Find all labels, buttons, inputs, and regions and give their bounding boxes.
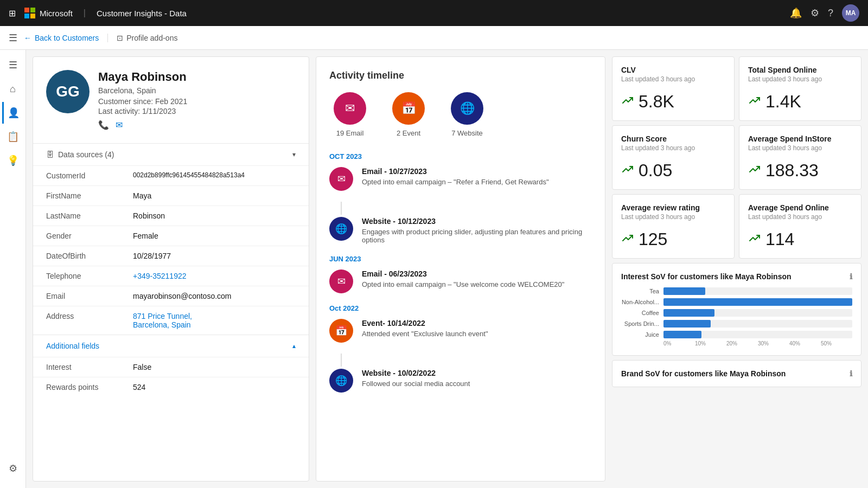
timeline-section-oct2023: OCT 2023 bbox=[329, 152, 592, 160]
interest-bar-chart: Tea Non-Alcohol... Coffee bbox=[621, 287, 852, 338]
sidebar-item-settings[interactable]: ⚙ bbox=[2, 458, 24, 479]
sidebar-item-segments[interactable]: 📋 bbox=[2, 126, 24, 147]
field-row: DateOfBirth 10/28/1977 bbox=[33, 246, 309, 266]
bar-row-tea: Tea bbox=[621, 287, 852, 295]
data-sources-header[interactable]: 🗄 Data sources (4) ▾ bbox=[33, 143, 309, 165]
bar-row-juice: Juice bbox=[621, 331, 852, 338]
topbar: ⊞ Microsoft | Customer Insights - Data 🔔… bbox=[0, 0, 868, 26]
data-sources-label: Data sources (4) bbox=[58, 150, 114, 159]
activity-icons-row: ✉ 19 Email 📅 2 Event 🌐 7 Website bbox=[329, 92, 592, 137]
sidebar-item-customers[interactable]: 👤 bbox=[2, 102, 24, 124]
timeline-section-oct2022: Oct 2022 bbox=[329, 304, 592, 312]
field-row-rewards: Rewards points 524 bbox=[33, 377, 309, 397]
additional-fields-label: Additional fields bbox=[46, 342, 99, 350]
event-desc: Attended event "Exclusive launch event" bbox=[362, 330, 592, 338]
website-icon-circle: 🌐 bbox=[451, 92, 483, 125]
field-row-telephone: Telephone +349-35211922 bbox=[33, 266, 309, 286]
sidebar-item-menu[interactable]: ☰ bbox=[2, 54, 24, 76]
avatar[interactable]: MA bbox=[842, 4, 859, 22]
addons-icon: ⊡ bbox=[117, 34, 123, 42]
event-desc: Opted into email campaign – "Use welcome… bbox=[362, 280, 592, 288]
customer-location: Barcelona, Spain bbox=[98, 86, 187, 95]
bar-fill-coffee bbox=[663, 309, 714, 317]
address-link[interactable]: 871 Price Tunnel,Barcelona, Spain bbox=[133, 312, 296, 329]
main-layout: ☰ ⌂ 👤 📋 💡 ⚙ GG Maya Robinson Barcelona, … bbox=[0, 50, 868, 488]
interest-sov-chart: Interest SoV for customers like Maya Rob… bbox=[612, 263, 861, 356]
kpi-churn-score: Churn Score Last updated 3 hours ago 0.0… bbox=[612, 125, 735, 190]
kpi-row-2: Churn Score Last updated 3 hours ago 0.0… bbox=[612, 125, 861, 190]
bell-icon[interactable]: 🔔 bbox=[790, 7, 802, 19]
event-title: Event- 10/14/2022 bbox=[362, 319, 592, 328]
phone-icon[interactable]: 📞 bbox=[98, 120, 109, 130]
email-summary: ✉ 19 Email bbox=[334, 92, 366, 137]
email-dot: ✉ bbox=[329, 269, 353, 293]
kpi-avg-spend-instore: Average Spend InStore Last updated 3 hou… bbox=[739, 125, 861, 190]
telephone-link[interactable]: +349-35211922 bbox=[133, 272, 296, 280]
timeline-item: ✉ Email - 06/23/2023 Opted into email ca… bbox=[329, 269, 592, 293]
database-icon: 🗄 bbox=[46, 150, 54, 159]
customer-since: Customer since: Feb 2021 bbox=[98, 97, 187, 106]
app-title: Customer Insights - Data bbox=[97, 9, 781, 18]
timeline-connector bbox=[341, 354, 342, 367]
timeline-item: 📅 Event- 10/14/2022 Attended event "Excl… bbox=[329, 319, 592, 343]
data-sources-chevron: ▾ bbox=[292, 151, 296, 158]
customer-profile-panel: GG Maya Robinson Barcelona, Spain Custom… bbox=[33, 56, 309, 481]
field-row-interest: Interest False bbox=[33, 357, 309, 377]
kpi-avg-review-rating: Average review rating Last updated 3 hou… bbox=[612, 194, 735, 259]
interest-chart-title: Interest SoV for customers like Maya Rob… bbox=[621, 272, 792, 281]
microsoft-logo bbox=[24, 8, 35, 18]
bar-row-sportsdrin: Sports Drin... bbox=[621, 320, 852, 328]
additional-fields-table: Interest False Rewards points 524 bbox=[33, 357, 309, 397]
kpi-avg-spend-online: Average Spend Online Last updated 3 hour… bbox=[739, 194, 861, 259]
back-to-customers[interactable]: ← Back to Customers bbox=[24, 34, 108, 42]
company-name: Microsoft bbox=[40, 9, 73, 18]
kpi-total-spend-online: Total Spend Online Last updated 3 hours … bbox=[739, 56, 861, 121]
field-row: FirstName Maya bbox=[33, 185, 309, 206]
bar-fill-tea bbox=[663, 287, 705, 295]
additional-fields-header[interactable]: Additional fields ▴ bbox=[33, 335, 309, 357]
trend-up-icon bbox=[748, 232, 761, 247]
email-dot: ✉ bbox=[329, 167, 353, 191]
website-summary: 🌐 7 Website bbox=[451, 92, 483, 137]
profile-addons-link[interactable]: ⊡ Profile add-ons bbox=[108, 34, 177, 42]
brand-info-icon[interactable]: ℹ bbox=[850, 369, 852, 378]
sidebar-item-home[interactable]: ⌂ bbox=[2, 78, 24, 100]
customer-last-activity: Last activity: 1/11/2023 bbox=[98, 107, 187, 115]
customer-name: Maya Robinson bbox=[98, 70, 187, 84]
field-row: LastName Robinson bbox=[33, 206, 309, 226]
topbar-actions: 🔔 ⚙ ? MA bbox=[790, 4, 859, 22]
website-count: 7 Website bbox=[451, 129, 483, 137]
timeline-item: 🌐 Website - 10/12/2023 Engages with prod… bbox=[329, 217, 592, 244]
event-title: Email - 06/23/2023 bbox=[362, 269, 592, 278]
timeline-connector bbox=[341, 202, 342, 215]
content-area: GG Maya Robinson Barcelona, Spain Custom… bbox=[26, 50, 868, 488]
sidebar-item-insights[interactable]: 💡 bbox=[2, 150, 24, 171]
chart-x-axis: 0% 10% 20% 30% 40% 50% bbox=[663, 341, 852, 346]
sidebar: ☰ ⌂ 👤 📋 💡 ⚙ bbox=[0, 50, 26, 488]
chart-info-icon[interactable]: ℹ bbox=[850, 272, 852, 281]
field-row: CustomerId 002d2b899ffc96145455484828a51… bbox=[33, 165, 309, 185]
brand-sov-panel: Brand SoV for customers like Maya Robins… bbox=[612, 360, 861, 387]
hamburger-icon[interactable]: ☰ bbox=[9, 32, 17, 44]
event-count: 2 Event bbox=[397, 129, 420, 137]
kpi-clv: CLV Last updated 3 hours ago 5.8K bbox=[612, 56, 735, 121]
profile-header: GG Maya Robinson Barcelona, Spain Custom… bbox=[33, 57, 309, 143]
trend-up-icon bbox=[748, 163, 761, 178]
kpi-row-3: Average review rating Last updated 3 hou… bbox=[612, 194, 861, 259]
help-icon[interactable]: ? bbox=[828, 8, 833, 19]
bar-fill-juice bbox=[663, 331, 701, 338]
trend-up-icon bbox=[748, 94, 761, 110]
logo: Microsoft bbox=[24, 8, 73, 18]
event-icon-circle: 📅 bbox=[392, 92, 425, 125]
bar-row-coffee: Coffee bbox=[621, 309, 852, 317]
activity-timeline-panel: Activity timeline ✉ 19 Email 📅 2 Event 🌐… bbox=[316, 56, 605, 481]
event-summary: 📅 2 Event bbox=[392, 92, 425, 137]
profile-info: Maya Robinson Barcelona, Spain Customer … bbox=[98, 70, 187, 130]
timeline-item: ✉ Email - 10/27/2023 Opted into email ca… bbox=[329, 167, 592, 191]
settings-icon[interactable]: ⚙ bbox=[810, 7, 819, 19]
website-dot: 🌐 bbox=[329, 217, 353, 241]
clv-value: 5.8K bbox=[639, 92, 674, 112]
grid-icon[interactable]: ⊞ bbox=[9, 8, 16, 18]
back-arrow-icon: ← bbox=[24, 34, 31, 42]
email-icon[interactable]: ✉ bbox=[116, 120, 123, 130]
